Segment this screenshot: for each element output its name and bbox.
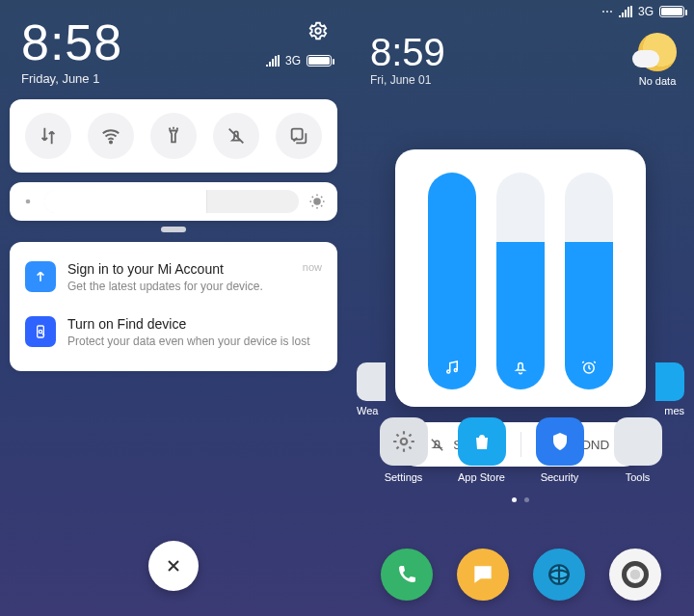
statusbar: ⋯ 3G	[347, 0, 694, 19]
gear-icon	[391, 429, 416, 454]
notification-title: Turn on Find device	[67, 316, 322, 332]
gear-icon	[307, 20, 329, 41]
status-icons: 3G	[266, 17, 332, 67]
slider-fill	[428, 173, 476, 389]
home-screen-volume: ⋯ 3G 8:59 Fri, June 01 No data	[347, 0, 694, 616]
app-label: App Store	[458, 471, 505, 483]
weather-widget[interactable]: No data	[638, 33, 677, 87]
date: Fri, June 01	[370, 73, 445, 87]
notification-item[interactable]: Turn on Find device Protect your data ev…	[10, 305, 337, 360]
dock-phone[interactable]	[381, 549, 433, 601]
signal-icon	[266, 55, 280, 67]
weather-icon	[638, 33, 677, 71]
toggle-data[interactable]	[25, 113, 71, 159]
app-row-partial: Wea mes	[347, 362, 694, 416]
appstore-app-icon	[458, 417, 506, 466]
brightness-slider[interactable]	[44, 190, 299, 213]
flashlight-icon	[163, 125, 184, 147]
time-block: 8:59 Fri, June 01	[370, 33, 445, 87]
shield-icon	[548, 430, 572, 453]
notification-title: Sign in to your Mi Account	[67, 261, 291, 277]
toggle-screenshot[interactable]	[276, 113, 322, 159]
app-label: Tools	[626, 471, 651, 483]
network-label: 3G	[285, 54, 301, 67]
app-partial-icon	[655, 362, 684, 401]
notification-shade-screen: 8:58 Friday, June 1 3G	[0, 0, 347, 616]
notifications-card: Sign in to your Mi Account Get the lates…	[10, 242, 337, 371]
shade-drag-handle[interactable]	[161, 227, 186, 232]
dock-browser[interactable]	[533, 549, 585, 601]
clock: 8:58	[21, 17, 122, 67]
app-row: Settings App Store Security Tools	[347, 417, 694, 483]
settings-app-icon	[380, 417, 428, 466]
clock: 8:59	[370, 33, 445, 71]
notification-time: now	[303, 261, 322, 273]
settings-button[interactable]	[305, 17, 332, 44]
dock-camera[interactable]	[609, 549, 661, 601]
wifi-icon	[100, 125, 121, 147]
time-block: 8:58 Friday, June 1	[21, 17, 122, 86]
app-settings[interactable]: Settings	[373, 417, 435, 483]
brightness-low-icon	[21, 195, 35, 208]
signal-icon	[619, 6, 632, 17]
battery-icon	[307, 55, 332, 67]
brightness-card	[10, 182, 337, 221]
ring-volume-slider[interactable]	[496, 173, 545, 389]
media-volume-slider[interactable]	[428, 173, 476, 389]
app-tools-folder[interactable]: Tools	[607, 417, 669, 483]
app-security[interactable]: Security	[529, 417, 591, 483]
phone-icon	[395, 563, 418, 586]
notification-body: Get the latest updates for your device.	[67, 280, 291, 293]
message-icon	[470, 562, 495, 587]
status-row: 8:58 Friday, June 1 3G	[0, 0, 347, 90]
svg-point-3	[26, 200, 31, 204]
app-label-partial: mes	[664, 405, 684, 416]
brightness-high-icon	[308, 193, 326, 210]
more-icon: ⋯	[601, 5, 613, 18]
data-icon	[38, 125, 59, 147]
top-row: 8:59 Fri, June 01 No data	[347, 19, 694, 87]
camera-icon	[622, 561, 649, 588]
date: Friday, June 1	[21, 71, 122, 86]
close-icon	[164, 556, 183, 576]
security-app-icon	[536, 417, 584, 466]
weather-label: No data	[639, 75, 677, 87]
dock-messages[interactable]	[457, 549, 509, 601]
arrow-up-icon	[25, 261, 56, 292]
toggle-wifi[interactable]	[88, 113, 134, 159]
alarm-volume-slider[interactable]	[565, 173, 613, 389]
app-label: Security	[541, 471, 579, 483]
brightness-fill	[44, 190, 207, 213]
toggle-flashlight[interactable]	[150, 113, 197, 159]
app-appstore[interactable]: App Store	[451, 417, 513, 483]
dock	[347, 549, 694, 601]
notification-item[interactable]: Sign in to your Mi Account Get the lates…	[10, 250, 337, 305]
mute-icon	[226, 125, 247, 147]
svg-point-6	[39, 330, 41, 333]
bag-icon	[470, 430, 494, 453]
svg-point-1	[110, 141, 112, 143]
quick-toggles-card	[10, 99, 337, 173]
svg-point-0	[315, 28, 321, 34]
svg-point-10	[400, 439, 407, 445]
globe-icon	[547, 562, 572, 587]
tools-folder-icon	[614, 417, 662, 466]
toggle-mute[interactable]	[213, 113, 259, 159]
battery-icon	[659, 6, 684, 17]
app-label-partial: Wea	[357, 405, 378, 416]
app-partial-icon	[357, 362, 386, 401]
close-shade-button[interactable]	[148, 541, 199, 591]
network-label: 3G	[638, 5, 654, 18]
notification-body: Protect your data even when your device …	[67, 335, 322, 348]
svg-point-4	[314, 199, 320, 204]
page-indicator	[347, 497, 694, 502]
find-device-icon	[25, 316, 56, 347]
app-label: Settings	[385, 471, 423, 483]
screenshot-icon	[288, 125, 309, 147]
